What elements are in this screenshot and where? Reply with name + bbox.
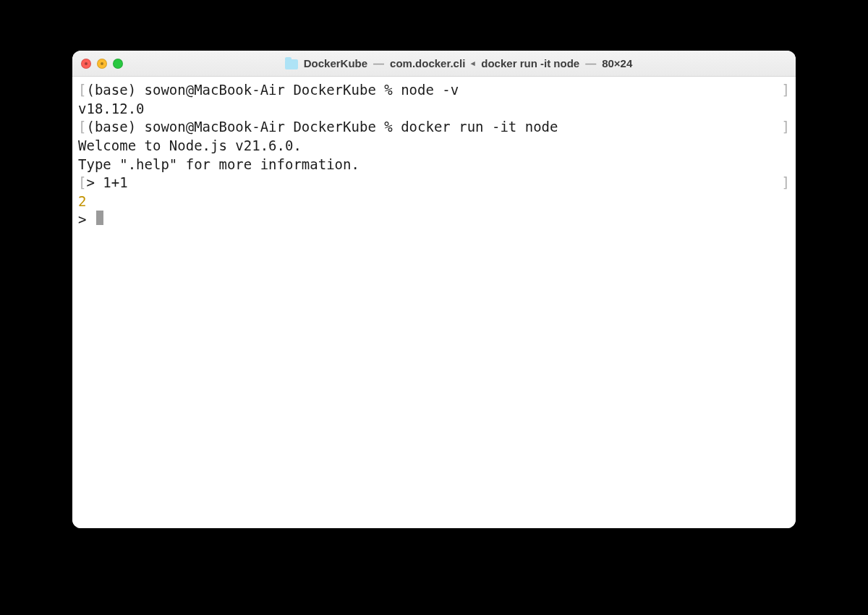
terminal-line: 2 xyxy=(78,192,790,211)
title-command: docker run -it node xyxy=(481,57,579,69)
terminal-line: > xyxy=(78,211,790,229)
terminal-line: [> 1+1] xyxy=(78,174,790,192)
bracket-left: [ xyxy=(78,118,86,137)
terminal-text: 2 xyxy=(78,192,86,211)
zoom-button[interactable] xyxy=(113,59,123,69)
close-button[interactable] xyxy=(81,59,91,69)
title-separator-2: — xyxy=(585,57,596,69)
terminal-text: Welcome to Node.js v21.6.0. xyxy=(78,137,302,156)
terminal-text: > xyxy=(78,211,95,229)
title-triangle-icon: ◂ xyxy=(471,59,475,68)
titlebar[interactable]: DockerKube — com.docker.cli ◂ docker run… xyxy=(72,51,796,77)
title-process: com.docker.cli xyxy=(390,57,465,69)
terminal-line: Type ".help" for more information. xyxy=(78,156,790,174)
title-separator: — xyxy=(373,57,384,69)
window-title: DockerKube — com.docker.cli ◂ docker run… xyxy=(130,57,787,69)
title-folder: DockerKube xyxy=(304,57,367,69)
cursor xyxy=(96,211,103,225)
terminal-text: > 1+1 xyxy=(86,174,127,192)
title-size: 80×24 xyxy=(602,57,632,69)
bracket-right: ] xyxy=(782,81,790,100)
bracket-left: [ xyxy=(78,81,86,100)
terminal-line: Welcome to Node.js v21.6.0. xyxy=(78,137,790,156)
terminal-window: DockerKube — com.docker.cli ◂ docker run… xyxy=(72,51,796,528)
terminal-line: v18.12.0 xyxy=(78,100,790,119)
terminal-text: Type ".help" for more information. xyxy=(78,156,359,174)
traffic-lights xyxy=(81,59,123,69)
terminal-content-area[interactable]: [(base) sowon@MacBook-Air DockerKube % n… xyxy=(72,77,796,528)
minimize-button[interactable] xyxy=(97,59,107,69)
terminal-text: v18.12.0 xyxy=(78,100,145,119)
terminal-line: [(base) sowon@MacBook-Air DockerKube % d… xyxy=(78,118,790,137)
bracket-right: ] xyxy=(782,118,790,137)
bracket-left: [ xyxy=(78,174,86,192)
terminal-text: (base) sowon@MacBook-Air DockerKube % do… xyxy=(86,118,558,137)
terminal-text: (base) sowon@MacBook-Air DockerKube % no… xyxy=(86,81,459,100)
terminal-line: [(base) sowon@MacBook-Air DockerKube % n… xyxy=(78,81,790,100)
bracket-right: ] xyxy=(782,174,790,192)
folder-icon xyxy=(285,59,298,69)
